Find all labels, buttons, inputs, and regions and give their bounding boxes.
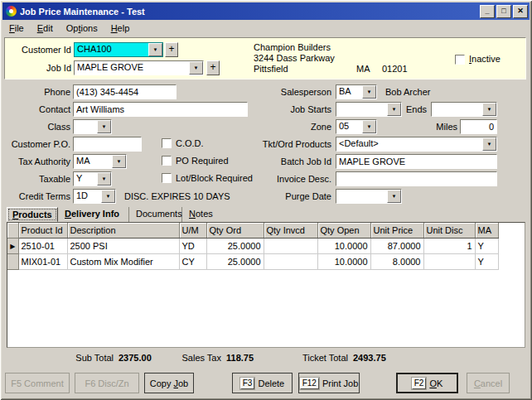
- chevron-down-icon[interactable]: ▼: [189, 61, 203, 75]
- chevron-down-icon[interactable]: ▼: [482, 103, 496, 116]
- purge-date-combo[interactable]: ▼: [336, 189, 402, 204]
- inactive-checkbox[interactable]: [455, 55, 465, 65]
- ok-button[interactable]: F2OK: [396, 373, 458, 393]
- table-row[interactable]: MIX01-01 Custom Mix Modifier CY 25.0000 …: [7, 254, 498, 270]
- taxable-label: Taxable: [0, 174, 70, 184]
- menu-edit[interactable]: Edit: [31, 22, 60, 35]
- close-button[interactable]: ✕: [513, 5, 528, 18]
- chevron-down-icon[interactable]: ▼: [387, 190, 401, 203]
- zone-label: Zone: [236, 122, 331, 132]
- row-selector[interactable]: [7, 254, 18, 270]
- chevron-down-icon[interactable]: ▼: [362, 85, 376, 99]
- customer-id-label: Customer Id: [5, 45, 71, 55]
- customer-header-panel: Customer Id CHA100 ▼ + Job Id MAPLE GROV…: [4, 37, 526, 80]
- class-label: Class: [0, 122, 70, 132]
- po-required-checkbox[interactable]: [162, 156, 172, 166]
- col-qty-ord: Qty Ord: [206, 223, 264, 239]
- class-combo[interactable]: ▼: [73, 119, 112, 134]
- chevron-down-icon[interactable]: ▼: [482, 137, 496, 151]
- delete-button[interactable]: F3Delete: [232, 373, 293, 393]
- col-product-id: Product Id: [18, 223, 67, 239]
- window-title: Job Price Maintenance - Test: [20, 7, 478, 17]
- cancel-button: Cancel: [467, 373, 510, 393]
- row-selector[interactable]: ▶: [7, 239, 18, 254]
- f3-keycap-icon: F3: [240, 378, 255, 389]
- miles-label: Miles: [381, 122, 457, 132]
- tax-authority-label: Tax Authority: [0, 157, 70, 166]
- col-unit-price: Unit Price: [370, 223, 423, 239]
- chevron-down-icon[interactable]: ▼: [362, 120, 376, 133]
- credit-terms-label: Credit Terms: [0, 191, 70, 201]
- tax-authority-combo[interactable]: MA ▼: [73, 154, 127, 169]
- products-grid: Product Id Description U/M Qty Ord Qty I…: [7, 222, 525, 348]
- ends-combo[interactable]: ▼: [431, 102, 497, 117]
- tab-notes[interactable]: Notes: [184, 207, 219, 222]
- sub-total-value: 2375.00: [118, 353, 152, 363]
- sales-tax-value: 118.75: [226, 353, 254, 363]
- title-bar: Job Price Maintenance - Test _ □ ✕: [2, 2, 530, 20]
- chevron-down-icon[interactable]: ▼: [101, 190, 115, 203]
- menu-file[interactable]: File: [2, 22, 31, 35]
- tab-products[interactable]: Products: [7, 207, 58, 222]
- menu-options[interactable]: Options: [60, 22, 104, 35]
- col-ma: MA: [475, 223, 498, 239]
- customer-id-combo[interactable]: CHA100 ▼: [74, 42, 163, 57]
- chevron-down-icon[interactable]: ▼: [112, 155, 126, 168]
- app-icon[interactable]: [6, 6, 17, 17]
- address-city: Pittsfield: [254, 64, 353, 74]
- col-um: U/M: [179, 223, 206, 239]
- contact-field[interactable]: [73, 102, 248, 117]
- address-name: Champion Builders: [254, 42, 419, 52]
- ticket-total-value: 2493.75: [353, 353, 386, 363]
- address-zip: 01201: [382, 64, 423, 74]
- ends-label: Ends: [377, 104, 427, 114]
- salesperson-combo[interactable]: BA ▼: [336, 84, 377, 99]
- col-description: Description: [67, 223, 179, 239]
- minimize-button[interactable]: _: [480, 5, 495, 18]
- copy-job-button[interactable]: Copy Job: [144, 373, 194, 393]
- customer-po-label: Customer P.O.: [0, 139, 70, 149]
- tkt-ord-products-label: Tkt/Ord Products: [236, 139, 331, 149]
- job-starts-label: Job Starts: [236, 104, 331, 114]
- zone-combo[interactable]: 05 ▼: [336, 119, 377, 134]
- customer-id-value: CHA100: [75, 43, 148, 56]
- customer-po-field[interactable]: [73, 137, 142, 152]
- tab-delivery-info[interactable]: Delivery Info: [60, 207, 129, 222]
- f12-keycap-icon: F12: [300, 378, 319, 389]
- phone-field[interactable]: [73, 84, 177, 99]
- contact-label: Contact: [0, 104, 70, 114]
- sales-tax-label: Sales Tax: [162, 353, 221, 363]
- phone-label: Phone: [0, 87, 70, 97]
- job-id-value: MAPLE GROVE: [75, 61, 189, 75]
- maximize-button[interactable]: □: [496, 5, 511, 18]
- inactive-label: Inactive: [469, 54, 527, 64]
- print-job-button[interactable]: F12Print Job: [298, 373, 360, 393]
- job-id-label: Job Id: [5, 63, 71, 73]
- job-id-combo[interactable]: MAPLE GROVE ▼: [74, 60, 204, 75]
- tab-documents[interactable]: Documents: [131, 207, 182, 222]
- col-qty-invcd: Qty Invcd: [264, 223, 317, 239]
- batch-job-id-field[interactable]: [336, 154, 497, 169]
- lot-block-checkbox[interactable]: [162, 173, 172, 183]
- cod-checkbox[interactable]: [162, 138, 172, 148]
- salesperson-label: Salesperson: [236, 87, 331, 97]
- job-add-button[interactable]: +: [206, 60, 220, 75]
- chevron-down-icon[interactable]: ▼: [148, 43, 162, 56]
- chevron-down-icon[interactable]: ▼: [97, 120, 111, 133]
- taxable-combo[interactable]: Y ▼: [73, 171, 112, 186]
- tkt-ord-products-combo[interactable]: <Default> ▼: [336, 137, 497, 152]
- sub-total-label: Sub Total: [46, 353, 114, 363]
- credit-terms-combo[interactable]: 1D ▼: [73, 189, 116, 204]
- miles-field[interactable]: [460, 119, 497, 134]
- customer-add-button[interactable]: +: [165, 42, 178, 57]
- menu-help[interactable]: Help: [104, 22, 137, 35]
- table-row[interactable]: ▶ 2510-01 2500 PSI YD 25.0000 10.0000 87…: [7, 239, 498, 254]
- salesperson-name: Bob Archer: [385, 87, 485, 97]
- invoice-desc-field[interactable]: [336, 171, 497, 186]
- f5-comment-button: F5 Comment: [5, 373, 70, 393]
- col-unit-disc: Unit Disc: [423, 223, 475, 239]
- address-state: MA: [356, 64, 381, 74]
- f6-disc-zn-button: F6 Disc/Zn: [75, 373, 139, 393]
- chevron-down-icon[interactable]: ▼: [97, 172, 111, 186]
- grid-header-row: Product Id Description U/M Qty Ord Qty I…: [7, 223, 498, 239]
